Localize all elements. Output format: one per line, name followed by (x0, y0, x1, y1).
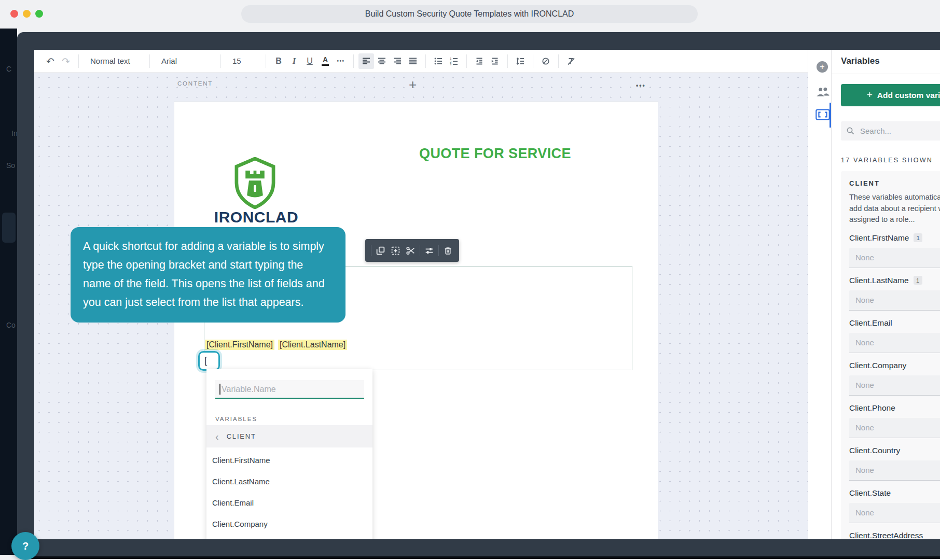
variables-count-label: 17 VARIABLES SHOWN (841, 157, 933, 164)
indent-icon (490, 57, 500, 66)
window-title: Build Custom Security Quote Templates wi… (241, 5, 698, 23)
add-custom-variable-button[interactable]: + Add custom variable (841, 84, 940, 106)
cut-block-button[interactable] (403, 243, 418, 258)
dropdown-group-client[interactable]: ‹ CLIENT (206, 425, 372, 447)
dropdown-item[interactable]: Client.LastName (206, 471, 372, 492)
variable-value-field[interactable]: None (849, 375, 940, 396)
italic-button[interactable]: I (286, 53, 302, 69)
variable-search[interactable] (841, 121, 940, 141)
panel-header-divider (832, 74, 940, 74)
line-spacing-icon (516, 57, 525, 66)
block-settings-button[interactable] (422, 243, 437, 258)
numbered-list-icon: 123 (449, 57, 459, 66)
chevron-left-icon: ‹ (215, 431, 219, 442)
group-description: These variables automatically add data a… (849, 192, 940, 226)
dropdown-item[interactable]: Client.Email (206, 492, 372, 513)
dropdown-item[interactable]: Client.FirstName (206, 450, 372, 471)
clear-formatting-icon (566, 57, 576, 66)
indent-button[interactable] (487, 53, 503, 69)
variable-token-line: [Client.FirstName] [Client.LastName] (205, 340, 347, 350)
coachmark-text: A quick shortcut for adding a variable i… (83, 240, 325, 309)
bullet-list-button[interactable] (431, 53, 446, 69)
zoom-button[interactable] (35, 10, 43, 18)
recipients-icon[interactable] (815, 86, 830, 98)
delete-block-button[interactable] (440, 243, 455, 258)
variable-row: Client.Phone None (849, 403, 940, 438)
sidebar-item-fragment[interactable]: Co (6, 321, 16, 329)
document-heading[interactable]: QUOTE FOR SERVICE (419, 146, 571, 162)
ironclad-shield-logo-icon[interactable] (230, 157, 280, 209)
duplicate-block-button[interactable] (373, 243, 388, 258)
variable-value-field[interactable]: None (849, 333, 940, 353)
ironclad-logo-text[interactable]: IRONCLAD (210, 208, 303, 226)
window-bottom-frame (17, 539, 940, 556)
variables-panel: Variables + Add custom variable 17 VARIA… (831, 50, 940, 539)
variable-value-field[interactable]: None (849, 418, 940, 438)
variable-name-field[interactable] (215, 380, 364, 399)
close-button[interactable] (10, 10, 18, 18)
align-center-button[interactable] (374, 53, 390, 69)
sidebar-item-fragment[interactable]: In (11, 129, 18, 137)
clear-formatting-button[interactable] (563, 53, 579, 69)
align-left-button[interactable] (358, 53, 374, 69)
search-icon (846, 127, 855, 135)
help-button[interactable]: ? (11, 532, 39, 560)
more-icon: ••• (337, 58, 344, 64)
usage-count-badge: 1 (914, 276, 922, 285)
toolbar-divider (558, 54, 559, 68)
variable-token[interactable]: [Client.FirstName] (205, 340, 274, 350)
toolbar-divider (78, 54, 79, 68)
scissors-icon (406, 246, 416, 256)
sidebar-active-item[interactable] (2, 213, 16, 243)
variables-panel-icon[interactable] (815, 109, 830, 120)
toolbar-divider (149, 54, 150, 68)
variable-value-field[interactable]: None (849, 290, 940, 311)
add-panel-button[interactable]: + (817, 61, 828, 73)
variable-value-field[interactable]: None (849, 248, 940, 268)
paragraph-style-dropdown[interactable]: Normal text (84, 57, 145, 65)
content-section-label: CONTENT (177, 80, 213, 87)
typed-bracket-cursor[interactable]: [ (198, 351, 220, 371)
text-color-button[interactable]: A (317, 53, 333, 69)
align-right-button[interactable] (390, 53, 405, 69)
font-size-dropdown[interactable]: 15 (226, 57, 261, 65)
trash-icon (443, 246, 453, 256)
minimize-button[interactable] (23, 10, 31, 18)
variable-token[interactable]: [Client.LastName] (278, 340, 347, 350)
variable-value-field[interactable]: None (849, 503, 940, 523)
align-justify-button[interactable] (405, 53, 421, 69)
link-icon (541, 57, 550, 66)
dropdown-section-label: VARIABLES (215, 416, 257, 422)
link-button[interactable] (538, 53, 554, 69)
svg-text:3: 3 (450, 63, 452, 66)
usage-count-badge: 1 (914, 233, 922, 242)
bold-button[interactable]: B (271, 53, 286, 69)
bullet-list-icon (434, 57, 443, 66)
variable-label: Client.Phone (849, 403, 895, 413)
undo-button[interactable]: ↶ (43, 53, 58, 69)
outdent-button[interactable] (472, 53, 487, 69)
sidebar-item-fragment[interactable]: So (6, 161, 15, 170)
variable-row: Client.Email None (849, 318, 940, 353)
save-block-button[interactable] (388, 243, 403, 258)
redo-button[interactable]: ↷ (58, 53, 74, 69)
numbered-list-button[interactable]: 123 (446, 53, 462, 69)
line-spacing-button[interactable] (513, 53, 528, 69)
variable-label: Client.Country (849, 446, 900, 455)
underline-button[interactable]: U (302, 53, 317, 69)
block-toolbar-divider (371, 245, 371, 256)
editor-window: ↶ ↷ Normal text Arial 15 B I U A ••• (17, 32, 940, 559)
document-canvas: CONTENT + ••• QUOTE FOR SERVICE IRONCLAD (34, 73, 808, 539)
variable-label: Client.FirstName (849, 233, 909, 243)
dropdown-item[interactable]: Client.Company (206, 513, 372, 535)
font-family-dropdown[interactable]: Arial (155, 57, 216, 65)
sidebar-item-fragment[interactable]: C (6, 65, 11, 73)
section-overflow-menu[interactable]: ••• (636, 82, 646, 89)
variable-search-input[interactable] (859, 126, 940, 136)
add-to-library-icon (391, 246, 400, 256)
variable-name-input[interactable] (220, 381, 362, 398)
add-section-button[interactable]: + (409, 77, 417, 93)
variable-value-field[interactable]: None (849, 460, 940, 481)
panel-title: Variables (841, 56, 880, 66)
more-formatting-button[interactable]: ••• (333, 53, 349, 69)
